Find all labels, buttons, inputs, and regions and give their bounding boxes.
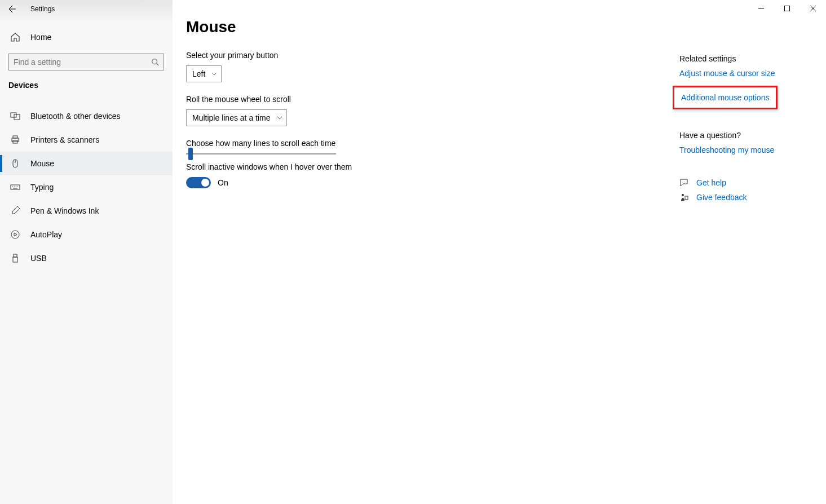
sidebar-item-usb[interactable]: USB [0,246,173,270]
sidebar-item-mouse[interactable]: Mouse [0,152,173,175]
autoplay-icon [10,229,20,240]
window-controls [748,0,826,17]
primary-button-select[interactable]: Left [186,65,222,82]
page-title: Mouse [186,18,666,36]
sidebar-item-pen[interactable]: Pen & Windows Ink [0,199,173,223]
svg-rect-4 [13,136,17,138]
minimize-button[interactable] [748,0,774,17]
sidebar: Settings Home Devices Bluetooth & other … [0,0,173,504]
feedback-action[interactable]: Give feedback [679,193,812,202]
search-container [0,49,173,70]
sidebar-home[interactable]: Home [0,25,173,49]
sidebar-item-typing[interactable]: Typing [0,175,173,199]
wheel-scroll-value: Multiple lines at a time [192,113,271,122]
sidebar-item-label: Typing [30,183,54,192]
sidebar-item-autoplay[interactable]: AutoPlay [0,223,173,246]
keyboard-icon [10,182,20,192]
back-button[interactable] [8,5,17,14]
printer-icon [10,135,20,145]
get-help-link: Get help [696,178,726,187]
sidebar-home-label: Home [30,33,51,42]
related-heading: Related settings [679,54,812,63]
primary-button-value: Left [192,69,205,78]
wheel-scroll-select[interactable]: Multiple lines at a time [186,109,287,126]
window-title: Settings [30,5,55,13]
devices-icon [10,111,20,121]
svg-rect-1 [11,113,16,117]
aside: Related settings Adjust mouse & cursor s… [679,0,826,504]
home-icon [10,32,20,42]
sidebar-category: Devices [0,70,173,94]
sidebar-item-label: Printers & scanners [30,135,99,144]
get-help-action[interactable]: Get help [679,178,812,187]
link-additional-mouse-options[interactable]: Additional mouse options [673,86,778,109]
search-icon [151,58,159,66]
titlebar: Settings [0,0,173,18]
inactive-label: Scroll inactive windows when I hover ove… [186,162,666,171]
svg-point-14 [11,231,19,238]
primary-button-section: Select your primary button Left [186,51,666,82]
svg-rect-20 [785,6,790,11]
inactive-toggle[interactable] [186,177,211,188]
link-troubleshoot-mouse[interactable]: Troubleshooting my mouse [679,145,774,154]
arrow-left-icon [8,5,17,14]
svg-rect-15 [14,254,17,257]
chevron-down-icon [211,70,218,77]
sidebar-item-label: Bluetooth & other devices [30,112,121,121]
usb-icon [10,253,20,263]
mouse-icon [10,158,20,169]
lines-slider[interactable] [186,153,336,154]
svg-rect-8 [11,185,20,189]
svg-point-17 [682,194,684,196]
svg-rect-16 [13,257,17,262]
sidebar-item-label: Pen & Windows Ink [30,206,99,215]
related-settings-block: Related settings Adjust mouse & cursor s… [679,54,812,115]
sidebar-item-label: USB [30,254,47,263]
sidebar-item-label: AutoPlay [30,230,62,239]
toggle-value: On [218,178,228,187]
support-block: Get help Give feedback [679,178,812,207]
question-heading: Have a question? [679,131,812,140]
maximize-icon [784,6,790,11]
inactive-toggle-row: On [186,177,666,188]
link-adjust-cursor[interactable]: Adjust mouse & cursor size [679,69,775,78]
chat-icon [679,178,688,187]
content: Mouse Select your primary button Left Ro… [173,0,679,504]
svg-rect-18 [685,196,688,200]
search-input[interactable] [14,58,151,67]
minimize-icon [758,6,764,11]
close-button[interactable] [800,0,826,17]
slider-handle[interactable] [188,148,193,160]
question-block: Have a question? Troubleshooting my mous… [679,131,812,162]
lines-section: Choose how many lines to scroll each tim… [186,139,666,188]
svg-point-0 [152,59,157,64]
chevron-down-icon [276,114,283,121]
close-icon [810,6,816,11]
toggle-knob [201,179,209,187]
lines-label: Choose how many lines to scroll each tim… [186,139,666,148]
search-box[interactable] [8,54,164,70]
feedback-link: Give feedback [696,193,747,202]
main: Mouse Select your primary button Left Ro… [173,0,826,504]
sidebar-item-label: Mouse [30,159,54,168]
wheel-scroll-section: Roll the mouse wheel to scroll Multiple … [186,95,666,126]
pen-icon [10,206,20,216]
sidebar-item-bluetooth[interactable]: Bluetooth & other devices [0,104,173,128]
wheel-scroll-label: Roll the mouse wheel to scroll [186,95,666,104]
primary-button-label: Select your primary button [186,51,666,60]
feedback-icon [679,193,688,202]
sidebar-item-printers[interactable]: Printers & scanners [0,128,173,152]
sidebar-nav: Bluetooth & other devices Printers & sca… [0,104,173,270]
maximize-button[interactable] [774,0,800,17]
